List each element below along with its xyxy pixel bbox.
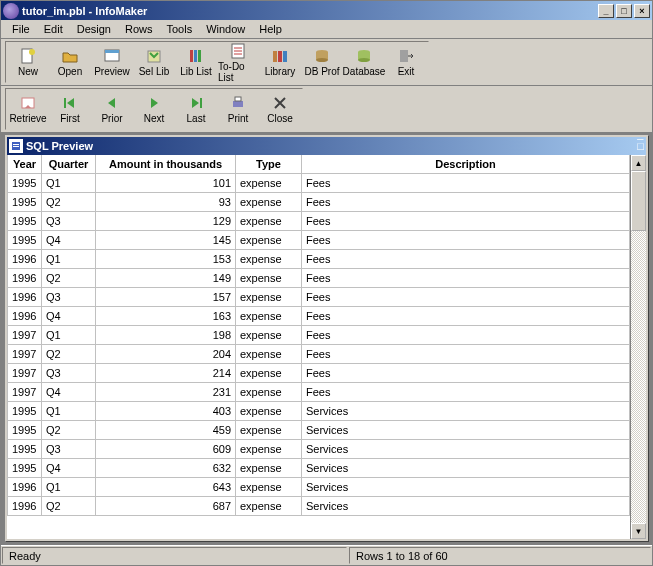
cell-type[interactable]: expense xyxy=(236,477,302,496)
col-quarter[interactable]: Quarter xyxy=(42,155,96,173)
menu-file[interactable]: File xyxy=(5,21,37,37)
cell-amount[interactable]: 153 xyxy=(96,249,236,268)
cell-quarter[interactable]: Q4 xyxy=(42,458,96,477)
cell-quarter[interactable]: Q2 xyxy=(42,192,96,211)
menu-rows[interactable]: Rows xyxy=(118,21,160,37)
cell-desc[interactable]: Fees xyxy=(302,249,630,268)
cell-amount[interactable]: 198 xyxy=(96,325,236,344)
cell-amount[interactable]: 93 xyxy=(96,192,236,211)
maximize-button[interactable]: □ xyxy=(616,4,632,18)
cell-year[interactable]: 1996 xyxy=(8,496,42,515)
cell-amount[interactable]: 157 xyxy=(96,287,236,306)
child-maximize-button[interactable]: □ xyxy=(637,140,644,152)
cell-quarter[interactable]: Q1 xyxy=(42,173,96,192)
scroll-thumb[interactable] xyxy=(631,171,646,231)
cell-quarter[interactable]: Q3 xyxy=(42,363,96,382)
cell-year[interactable]: 1995 xyxy=(8,173,42,192)
cell-type[interactable]: expense xyxy=(236,420,302,439)
cell-desc[interactable]: Fees xyxy=(302,192,630,211)
cell-year[interactable]: 1995 xyxy=(8,230,42,249)
col-type[interactable]: Type xyxy=(236,155,302,173)
cell-type[interactable]: expense xyxy=(236,363,302,382)
cell-quarter[interactable]: Q2 xyxy=(42,420,96,439)
col-year[interactable]: Year xyxy=(8,155,42,173)
cell-year[interactable]: 1996 xyxy=(8,268,42,287)
table-row[interactable]: 1995Q3609expenseServices xyxy=(8,439,630,458)
toolbar-library-button[interactable]: Library xyxy=(259,43,301,81)
cell-type[interactable]: expense xyxy=(236,382,302,401)
cell-desc[interactable]: Fees xyxy=(302,363,630,382)
toolbar-retrieve-button[interactable]: Retrieve xyxy=(7,90,49,128)
cell-year[interactable]: 1996 xyxy=(8,477,42,496)
cell-quarter[interactable]: Q4 xyxy=(42,382,96,401)
table-row[interactable]: 1996Q2687expenseServices xyxy=(8,496,630,515)
cell-desc[interactable]: Fees xyxy=(302,268,630,287)
table-row[interactable]: 1997Q4231expenseFees xyxy=(8,382,630,401)
cell-amount[interactable]: 129 xyxy=(96,211,236,230)
toolbar-open-button[interactable]: Open xyxy=(49,43,91,81)
toolbar-last-button[interactable]: Last xyxy=(175,90,217,128)
cell-desc[interactable]: Fees xyxy=(302,382,630,401)
table-row[interactable]: 1995Q4145expenseFees xyxy=(8,230,630,249)
table-row[interactable]: 1996Q4163expenseFees xyxy=(8,306,630,325)
cell-desc[interactable]: Fees xyxy=(302,287,630,306)
cell-amount[interactable]: 403 xyxy=(96,401,236,420)
cell-quarter[interactable]: Q3 xyxy=(42,211,96,230)
table-row[interactable]: 1997Q1198expenseFees xyxy=(8,325,630,344)
scroll-down-button[interactable]: ▼ xyxy=(631,523,646,539)
toolbar-database-button[interactable]: Database xyxy=(343,43,385,81)
cell-quarter[interactable]: Q2 xyxy=(42,344,96,363)
toolbar-dbprof-button[interactable]: DB Prof xyxy=(301,43,343,81)
cell-type[interactable]: expense xyxy=(236,496,302,515)
data-grid[interactable]: Year Quarter Amount in thousands Type De… xyxy=(7,155,630,516)
toolbar-new-button[interactable]: New xyxy=(7,43,49,81)
toolbar-first-button[interactable]: First xyxy=(49,90,91,128)
cell-year[interactable]: 1996 xyxy=(8,249,42,268)
table-row[interactable]: 1995Q293expenseFees xyxy=(8,192,630,211)
cell-desc[interactable]: Services xyxy=(302,458,630,477)
minimize-button[interactable]: _ xyxy=(598,4,614,18)
cell-type[interactable]: expense xyxy=(236,287,302,306)
cell-type[interactable]: expense xyxy=(236,211,302,230)
cell-desc[interactable]: Fees xyxy=(302,325,630,344)
close-button[interactable]: × xyxy=(634,4,650,18)
cell-amount[interactable]: 214 xyxy=(96,363,236,382)
cell-year[interactable]: 1997 xyxy=(8,363,42,382)
col-amount[interactable]: Amount in thousands xyxy=(96,155,236,173)
cell-desc[interactable]: Fees xyxy=(302,173,630,192)
cell-amount[interactable]: 632 xyxy=(96,458,236,477)
cell-quarter[interactable]: Q3 xyxy=(42,287,96,306)
menu-edit[interactable]: Edit xyxy=(37,21,70,37)
cell-desc[interactable]: Services xyxy=(302,420,630,439)
table-row[interactable]: 1996Q3157expenseFees xyxy=(8,287,630,306)
cell-year[interactable]: 1997 xyxy=(8,325,42,344)
table-row[interactable]: 1995Q1403expenseServices xyxy=(8,401,630,420)
vertical-scrollbar[interactable]: ▲ ▼ xyxy=(630,155,646,539)
cell-type[interactable]: expense xyxy=(236,268,302,287)
cell-desc[interactable]: Fees xyxy=(302,306,630,325)
menu-window[interactable]: Window xyxy=(199,21,252,37)
cell-amount[interactable]: 163 xyxy=(96,306,236,325)
toolbar-next-button[interactable]: Next xyxy=(133,90,175,128)
cell-year[interactable]: 1995 xyxy=(8,401,42,420)
cell-desc[interactable]: Fees xyxy=(302,211,630,230)
cell-amount[interactable]: 231 xyxy=(96,382,236,401)
scroll-track[interactable] xyxy=(631,231,646,523)
table-row[interactable]: 1996Q1643expenseServices xyxy=(8,477,630,496)
cell-type[interactable]: expense xyxy=(236,173,302,192)
col-description[interactable]: Description xyxy=(302,155,630,173)
cell-type[interactable]: expense xyxy=(236,230,302,249)
cell-year[interactable]: 1997 xyxy=(8,382,42,401)
cell-desc[interactable]: Services xyxy=(302,496,630,515)
table-row[interactable]: 1995Q1101expenseFees xyxy=(8,173,630,192)
table-row[interactable]: 1995Q2459expenseServices xyxy=(8,420,630,439)
cell-quarter[interactable]: Q2 xyxy=(42,496,96,515)
cell-quarter[interactable]: Q1 xyxy=(42,249,96,268)
cell-year[interactable]: 1996 xyxy=(8,306,42,325)
cell-type[interactable]: expense xyxy=(236,325,302,344)
cell-amount[interactable]: 687 xyxy=(96,496,236,515)
cell-amount[interactable]: 609 xyxy=(96,439,236,458)
cell-desc[interactable]: Fees xyxy=(302,230,630,249)
cell-amount[interactable]: 101 xyxy=(96,173,236,192)
cell-type[interactable]: expense xyxy=(236,401,302,420)
